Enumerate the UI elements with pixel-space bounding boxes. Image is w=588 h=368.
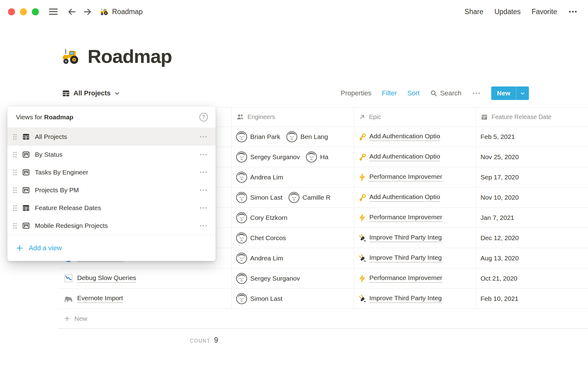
view-selector[interactable]: All Projects xyxy=(62,89,120,98)
column-header-engineers[interactable]: Engineers xyxy=(231,107,354,127)
project-title-link[interactable]: Evernote Import xyxy=(77,294,123,303)
project-cell[interactable]: Debug Slow Queries xyxy=(58,268,231,288)
view-item-more-icon[interactable] xyxy=(199,222,208,229)
sort-button[interactable]: Sort xyxy=(407,89,420,97)
view-item-label: Projects By PM xyxy=(35,186,79,194)
view-item-more-icon[interactable] xyxy=(199,186,208,194)
back-arrow-icon[interactable] xyxy=(67,7,77,17)
drag-handle-icon[interactable] xyxy=(12,133,17,141)
view-list-item[interactable]: By Status xyxy=(7,146,216,163)
page-title[interactable]: Roadmap xyxy=(88,45,172,67)
minimize-window-button[interactable] xyxy=(20,8,27,15)
close-window-button[interactable] xyxy=(8,8,15,15)
release-date-cell[interactable]: Sep 17, 2020 xyxy=(476,167,588,187)
view-list-item[interactable]: Feature Release Dates xyxy=(7,199,216,217)
release-date-cell[interactable]: Feb 10, 2021 xyxy=(476,289,588,309)
new-button-dropdown[interactable] xyxy=(516,86,529,100)
engineers-cell[interactable]: Sergey Surganov xyxy=(231,268,354,288)
project-link[interactable]: Debug Slow Queries xyxy=(64,274,136,283)
epic-emoji xyxy=(358,234,367,242)
more-options-icon[interactable] xyxy=(568,8,578,16)
release-date-value: Nov 25, 2020 xyxy=(481,153,519,161)
release-date-value: Nov 10, 2020 xyxy=(481,194,519,201)
new-button[interactable]: New xyxy=(491,86,529,100)
epic-emoji xyxy=(358,132,367,141)
share-button[interactable]: Share xyxy=(465,8,483,16)
epic-link[interactable]: Improve Third Party Integ xyxy=(369,254,442,263)
epic-cell[interactable]: Add Authentication Optio xyxy=(354,147,476,167)
engineer-chip: Andrea Lim xyxy=(236,172,283,183)
epic-link[interactable]: Performance Improvemer xyxy=(369,213,442,222)
drag-handle-icon[interactable] xyxy=(12,186,17,194)
epic-link[interactable]: Add Authentication Optio xyxy=(369,193,440,202)
avatar xyxy=(236,212,247,223)
drag-handle-icon[interactable] xyxy=(12,204,17,212)
epic-link[interactable]: Add Authentication Optio xyxy=(369,153,440,161)
new-button-label[interactable]: New xyxy=(491,86,516,100)
view-list-item[interactable]: Mobile Redesign Projects xyxy=(7,217,216,235)
project-title-link[interactable]: Debug Slow Queries xyxy=(77,274,136,283)
search-icon xyxy=(430,90,437,97)
column-header-release-date[interactable]: Feature Release Date xyxy=(476,107,588,127)
epic-cell[interactable]: Add Authentication Optio xyxy=(354,127,476,147)
project-cell[interactable]: Evernote Import xyxy=(58,289,231,309)
epic-link[interactable]: Improve Third Party Integ xyxy=(369,234,442,242)
window-titlebar: Roadmap Share Updates Favorite xyxy=(0,0,588,23)
release-date-cell[interactable]: Nov 25, 2020 xyxy=(476,147,588,167)
release-date-cell[interactable]: Dec 12, 2020 xyxy=(476,228,588,248)
view-item-more-icon[interactable] xyxy=(199,133,208,140)
breadcrumb[interactable]: Roadmap xyxy=(100,7,143,16)
epic-link[interactable]: Performance Improvemer xyxy=(369,274,442,283)
epic-cell[interactable]: Improve Third Party Integ xyxy=(354,248,476,268)
epic-cell[interactable]: Improve Third Party Integ xyxy=(354,228,476,248)
engineers-cell[interactable]: Simon Last Camille R xyxy=(231,187,354,207)
epic-cell[interactable]: Performance Improvemer xyxy=(354,208,476,228)
count-label[interactable]: COUNT xyxy=(190,338,210,344)
drag-handle-icon[interactable] xyxy=(12,169,17,176)
view-list-item[interactable]: Tasks By Engineer xyxy=(7,163,216,181)
forward-arrow-icon[interactable] xyxy=(83,7,92,17)
epic-emoji xyxy=(358,213,367,222)
epic-cell[interactable]: Improve Third Party Integ xyxy=(354,289,476,309)
view-list-item[interactable]: Projects By PM xyxy=(7,181,216,199)
engineers-cell[interactable]: Sergey Surganov Ha xyxy=(231,147,354,167)
epic-link[interactable]: Add Authentication Optio xyxy=(369,132,440,141)
release-date-cell[interactable]: Aug 13, 2020 xyxy=(476,248,588,268)
epic-cell[interactable]: Add Authentication Optio xyxy=(354,187,476,207)
epic-cell[interactable]: Performance Improvemer xyxy=(354,268,476,288)
view-list-item[interactable]: All Projects xyxy=(7,128,216,146)
column-header-epic[interactable]: Epic xyxy=(354,107,476,127)
engineers-cell[interactable]: Brian Park Ben Lang xyxy=(231,127,354,147)
new-row-button[interactable]: New xyxy=(58,309,588,329)
add-view-button[interactable]: Add a view xyxy=(7,235,216,261)
zoom-window-button[interactable] xyxy=(32,8,39,15)
epic-link[interactable]: Performance Improvemer xyxy=(369,173,442,182)
view-item-more-icon[interactable] xyxy=(199,169,208,176)
release-date-cell[interactable]: Jan 7, 2021 xyxy=(476,208,588,228)
release-date-cell[interactable]: Nov 10, 2020 xyxy=(476,187,588,207)
filter-button[interactable]: Filter xyxy=(382,89,397,97)
release-date-value: Sep 17, 2020 xyxy=(481,174,519,181)
drag-handle-icon[interactable] xyxy=(12,151,17,159)
search-button[interactable]: Search xyxy=(430,89,462,97)
properties-button[interactable]: Properties xyxy=(341,89,371,97)
tractor-emoji[interactable] xyxy=(62,47,80,66)
engineers-cell[interactable]: Simon Last xyxy=(231,289,354,309)
release-date-cell[interactable]: Oct 21, 2020 xyxy=(476,268,588,288)
toolbar-more-icon[interactable] xyxy=(472,90,481,97)
project-link[interactable]: Evernote Import xyxy=(64,294,123,303)
help-icon[interactable]: ? xyxy=(199,113,208,121)
release-date-cell[interactable]: Feb 5, 2021 xyxy=(476,127,588,147)
epic-cell[interactable]: Performance Improvemer xyxy=(354,167,476,187)
updates-button[interactable]: Updates xyxy=(494,8,521,16)
engineers-cell[interactable]: Andrea Lim xyxy=(231,248,354,268)
engineers-cell[interactable]: Andrea Lim xyxy=(231,167,354,187)
view-item-more-icon[interactable] xyxy=(199,204,208,212)
engineers-cell[interactable]: Chet Corcos xyxy=(231,228,354,248)
engineers-cell[interactable]: Cory Etzkorn xyxy=(231,208,354,228)
drag-handle-icon[interactable] xyxy=(12,222,17,230)
view-item-more-icon[interactable] xyxy=(199,151,208,158)
epic-link[interactable]: Improve Third Party Integ xyxy=(369,294,442,303)
sidebar-menu-icon[interactable] xyxy=(48,6,58,17)
favorite-button[interactable]: Favorite xyxy=(532,8,557,16)
